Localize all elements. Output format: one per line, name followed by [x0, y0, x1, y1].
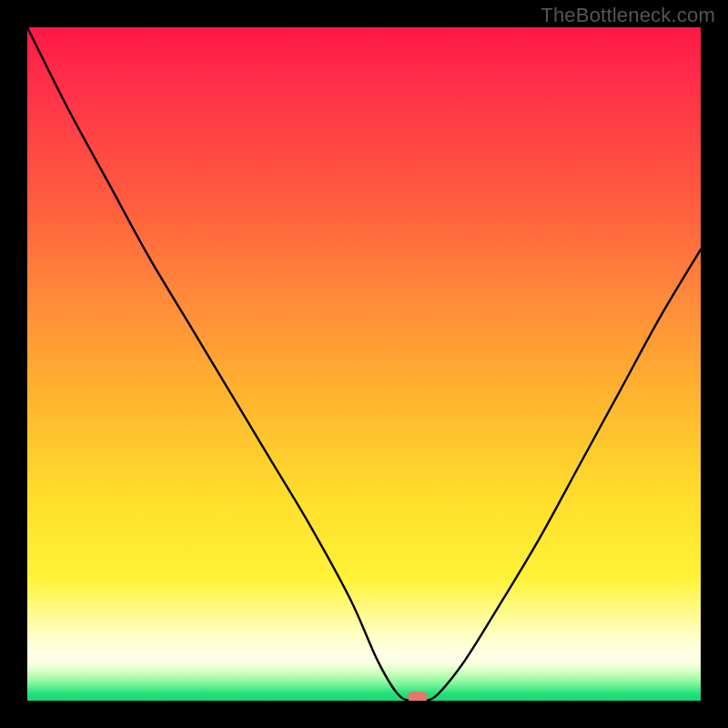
curve-svg [27, 27, 701, 701]
plot-area [27, 27, 701, 701]
chart-frame: TheBottleneck.com [0, 0, 728, 728]
bottleneck-curve-path [27, 27, 701, 701]
watermark-text: TheBottleneck.com [541, 4, 715, 27]
optimal-marker [408, 692, 428, 701]
